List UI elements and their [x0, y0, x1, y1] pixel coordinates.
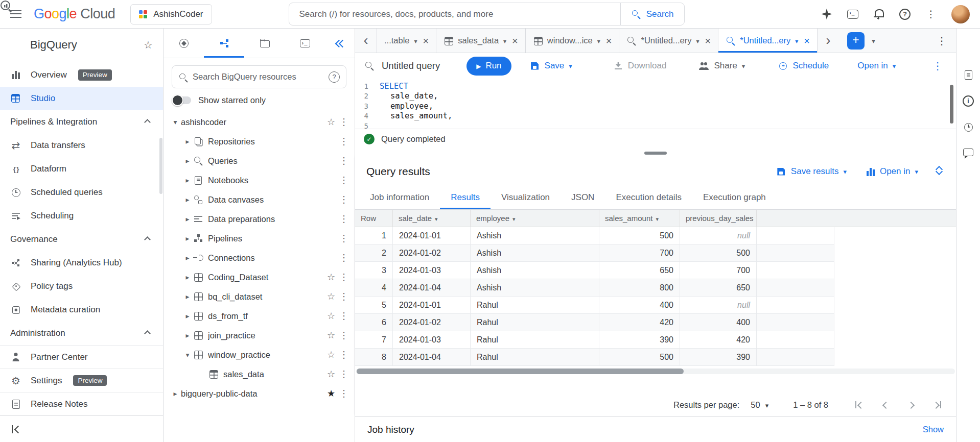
results-tab[interactable]: Execution graph — [692, 186, 777, 209]
download-button[interactable]: Download — [613, 61, 667, 71]
save-results-button[interactable]: Save results — [776, 166, 847, 177]
sidebar-item-scheduled-queries[interactable]: Scheduled queries — [0, 181, 163, 204]
run-button[interactable]: Run — [466, 57, 511, 76]
table-row[interactable]: 4 2024-01-04 Ashish 800 650 — [355, 279, 834, 297]
next-page-icon[interactable] — [906, 399, 917, 410]
kebab-icon[interactable] — [338, 369, 349, 380]
sql-editor[interactable]: 1 SELECT 2 sale_date, 3 employee, 4 — [355, 79, 956, 129]
tab-menu-caret-icon[interactable] — [795, 36, 798, 45]
expand-results-button[interactable] — [934, 165, 944, 178]
sidebar-item-dataform[interactable]: Dataform — [0, 157, 163, 181]
notifications-icon[interactable] — [873, 9, 884, 20]
tab-menu-caret-icon[interactable] — [597, 36, 600, 45]
caret-right-icon[interactable] — [170, 389, 181, 398]
column-header[interactable]: previous_day_sales — [680, 210, 757, 227]
column-header[interactable]: sale_date — [393, 210, 471, 227]
tab-close-icon[interactable] — [804, 36, 810, 46]
nav-section-pipelines[interactable]: Pipelines & Integration — [0, 110, 163, 134]
kebab-icon[interactable] — [338, 291, 349, 302]
sidebar-item-scheduling[interactable]: Scheduling — [0, 204, 163, 228]
save-button[interactable]: Save — [530, 61, 572, 71]
column-header[interactable]: employee — [471, 210, 599, 227]
results-tab[interactable]: Visualization — [491, 186, 561, 209]
collapse-sidebar-icon[interactable] — [10, 424, 20, 434]
topbar-kebab-icon[interactable] — [925, 9, 937, 20]
kebab-icon[interactable] — [338, 175, 349, 186]
schedule-button[interactable]: Schedule — [778, 61, 829, 71]
tab-close-icon[interactable] — [705, 36, 711, 46]
sidebar-item-partner-center[interactable]: Partner Center — [0, 345, 163, 369]
results-open-in-button[interactable]: Open in — [865, 166, 918, 177]
caret-right-icon[interactable] — [182, 176, 193, 184]
editor-tab[interactable]: sales_data — [436, 29, 526, 53]
editor-tab[interactable]: *Untitled...ery — [619, 29, 718, 53]
tab-close-icon[interactable] — [423, 36, 429, 46]
new-tab-caret-icon[interactable] — [872, 36, 875, 45]
help-icon[interactable] — [899, 9, 911, 20]
explorer-tab-featured[interactable] — [164, 29, 204, 58]
tree-item[interactable]: sales_data — [164, 364, 355, 384]
table-row[interactable]: 1 2024-01-01 Ashish 500 null — [355, 227, 834, 244]
explorer-tab-projects[interactable] — [244, 29, 285, 58]
gemini-sparkle-icon[interactable] — [821, 9, 832, 20]
tree-item[interactable]: Connections — [164, 248, 355, 267]
avatar[interactable] — [951, 5, 970, 23]
kebab-icon[interactable] — [338, 136, 349, 147]
cloud-shell-icon[interactable] — [847, 9, 858, 20]
nav-section-governance[interactable]: Governance — [0, 228, 163, 251]
star-icon[interactable] — [324, 369, 338, 380]
table-row[interactable]: 7 2024-01-03 Rahul 390 420 — [355, 331, 834, 349]
global-search-button[interactable]: Search — [620, 3, 684, 25]
info-icon[interactable] — [963, 95, 974, 107]
per-page-select[interactable]: 50 — [751, 400, 768, 410]
caret-right-icon[interactable] — [182, 331, 193, 339]
sidebar-item-data-transfers[interactable]: Data transfers — [0, 134, 163, 157]
explorer-search-input[interactable] — [193, 72, 323, 82]
table-row[interactable]: 3 2024-01-03 Ashish 650 700 — [355, 262, 834, 279]
collapse-explorer-button[interactable] — [325, 29, 355, 58]
sidebar-scrollbar[interactable] — [159, 138, 162, 194]
table-row[interactable]: 6 2024-01-02 Rahul 420 400 — [355, 314, 834, 331]
caret-down-icon[interactable] — [170, 118, 181, 126]
caret-right-icon[interactable] — [182, 273, 193, 281]
tree-item[interactable]: Queries — [164, 151, 355, 170]
previous-page-icon[interactable] — [879, 399, 891, 410]
tree-item[interactable]: ds_from_tf — [164, 306, 355, 326]
star-icon[interactable] — [324, 349, 338, 360]
search-help-icon[interactable] — [329, 71, 340, 83]
sidebar-item-release-notes[interactable]: Release Notes — [0, 392, 163, 415]
sidebar-item-metadata-curation[interactable]: Metadata curation — [0, 298, 163, 322]
caret-down-icon[interactable] — [182, 351, 193, 359]
tree-item[interactable]: Data canvases — [164, 190, 355, 209]
sidebar-item-sharing[interactable]: Sharing (Analytics Hub) — [0, 251, 163, 275]
tree-item[interactable]: Pipelines — [164, 229, 355, 248]
tree-item[interactable]: window_practice — [164, 345, 355, 364]
caret-right-icon[interactable] — [182, 137, 193, 145]
editor-tab[interactable]: *Untitled...ery — [718, 29, 818, 53]
caret-right-icon[interactable] — [182, 234, 193, 242]
sidebar-item-settings[interactable]: Settings Preview — [0, 369, 163, 392]
tab-menu-caret-icon[interactable] — [503, 36, 506, 45]
tree-item[interactable]: join_practice — [164, 326, 355, 345]
kebab-icon[interactable] — [338, 116, 349, 128]
editor-scrollbar[interactable] — [950, 85, 953, 124]
nav-section-administration[interactable]: Administration — [0, 322, 163, 345]
tree-item[interactable]: ashishcoder — [164, 112, 355, 132]
horizontal-scrollbar[interactable] — [356, 369, 955, 374]
table-row[interactable]: 8 2024-01-04 Rahul 500 390 — [355, 349, 834, 366]
caret-right-icon[interactable] — [182, 195, 193, 204]
google-cloud-logo[interactable]: Google Cloud — [34, 6, 115, 22]
code-assets-icon[interactable] — [963, 69, 974, 81]
first-page-icon[interactable] — [853, 399, 864, 410]
results-tab[interactable]: Execution details — [605, 186, 692, 209]
tree-item[interactable]: Coding_Dataset — [164, 267, 355, 287]
kebab-icon[interactable] — [338, 310, 349, 322]
column-menu-icon[interactable] — [512, 214, 516, 223]
editor-tab[interactable]: ...table — [377, 29, 436, 53]
column-menu-icon[interactable] — [435, 214, 438, 223]
star-icon[interactable] — [144, 39, 153, 51]
results-tab[interactable]: Job information — [359, 186, 440, 209]
sidebar-item-studio[interactable]: Studio — [0, 87, 163, 110]
panel-resize-handle[interactable] — [355, 149, 956, 157]
menu-icon[interactable] — [10, 10, 21, 18]
